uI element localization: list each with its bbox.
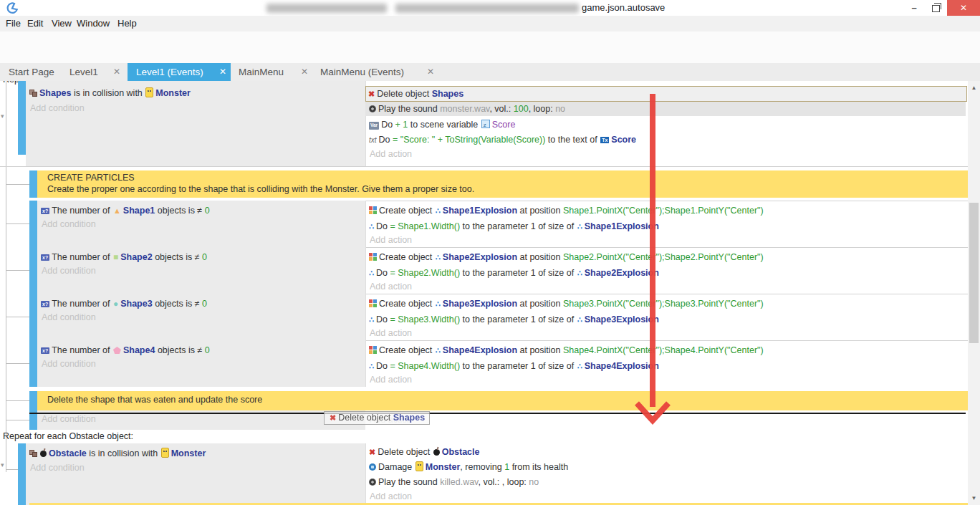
action-row[interactable]: Create object Shape4Explosion at positio… xyxy=(368,344,764,357)
menu-help[interactable]: Help xyxy=(117,18,137,29)
comment-bar[interactable] xyxy=(29,391,37,410)
tree-connector xyxy=(6,223,29,224)
add-action-link[interactable]: Add action xyxy=(370,282,412,292)
add-condition-link[interactable]: Add condition xyxy=(30,103,85,113)
tab-start-page[interactable]: Start Page xyxy=(9,67,54,77)
tab-close-icon[interactable]: ✕ xyxy=(219,67,226,77)
event2-bar[interactable] xyxy=(18,443,26,505)
add-condition-link[interactable]: Add condition xyxy=(42,312,96,322)
tab-mainmenu-events[interactable]: MainMenu (Events) xyxy=(320,67,404,77)
damage-icon xyxy=(369,463,376,471)
condition-row[interactable]: The number of Shape2 objects is ≠ 0 xyxy=(40,251,207,264)
add-action-link[interactable]: Add action xyxy=(370,375,412,385)
close-button[interactable]: ✕ xyxy=(947,0,980,16)
delete-icon xyxy=(369,446,375,458)
action-row[interactable]: Create object Shape3Explosion at positio… xyxy=(368,297,764,310)
column-divider xyxy=(365,247,366,294)
tree-rail xyxy=(6,81,6,472)
comment-title: CREATE PARTICLES xyxy=(47,173,135,183)
comment-block[interactable]: Delete the shape that was eaten and upda… xyxy=(37,391,968,410)
window-title: game.json.autosave xyxy=(582,2,665,13)
action-row[interactable]: Do = Shape1.Width() to the parameter 1 o… xyxy=(368,220,659,233)
tree-connector xyxy=(6,400,29,401)
delete-icon xyxy=(368,87,375,100)
condition-row[interactable]: Shapes is in collision with Monster xyxy=(29,87,191,100)
tab-close-icon[interactable]: ✕ xyxy=(301,67,308,77)
tri-icon xyxy=(113,204,121,217)
condition-row[interactable]: The number of Shape1 objects is ≠ 0 xyxy=(40,204,210,217)
action-row[interactable]: Do = Shape2.Width() to the parameter 1 o… xyxy=(368,266,659,279)
action-row[interactable]: Do = "Score: " + ToString(Variable(Score… xyxy=(368,133,636,147)
menu-window[interactable]: Window xyxy=(77,18,110,29)
create-icon xyxy=(369,253,377,261)
particle-icon xyxy=(369,266,374,279)
tab-close-icon[interactable]: ✕ xyxy=(427,67,434,77)
tab-level1-events[interactable]: Level1 (Events) ✕ xyxy=(128,63,231,81)
vertical-scrollbar[interactable]: ▲ ▼ xyxy=(968,81,980,505)
particle-icon xyxy=(436,344,441,357)
tree-connector xyxy=(6,469,18,470)
minimize-button[interactable]: – xyxy=(904,0,924,16)
restore-button[interactable] xyxy=(926,0,946,16)
create-icon xyxy=(369,299,377,307)
comment-bar[interactable] xyxy=(29,170,37,198)
particle-icon xyxy=(577,313,582,326)
add-action-link[interactable]: Add action xyxy=(370,235,412,245)
cir-icon xyxy=(113,297,118,310)
toolbar xyxy=(0,32,980,63)
action-row[interactable]: Play the sound killed.wav, vol.: , loop:… xyxy=(368,476,539,489)
comment-block[interactable]: CREATE PARTICLES Create the proper one a… xyxy=(37,170,968,198)
action-row[interactable]: Do + 1 to scene variable Score xyxy=(368,118,515,131)
add-condition-link[interactable]: Add condition xyxy=(42,414,96,424)
add-condition-link[interactable]: Add condition xyxy=(42,266,96,276)
restore-icon xyxy=(932,5,940,12)
action-row[interactable]: Do = Shape4.Width() to the parameter 1 o… xyxy=(368,360,659,372)
subevent-bar[interactable] xyxy=(29,201,37,247)
action-row[interactable]: Damage Monster, removing 1 from its heal… xyxy=(368,461,568,473)
add-action-link[interactable]: Add action xyxy=(370,491,412,501)
condition-row[interactable]: Obstacle is in collision with Monster xyxy=(29,447,206,460)
scroll-down-icon[interactable]: ▼ xyxy=(968,495,980,501)
add-action-link[interactable]: Add action xyxy=(370,328,412,338)
create-icon xyxy=(369,346,377,354)
action-row: Delete object Shapes xyxy=(368,87,463,100)
add-action-link[interactable]: Add action xyxy=(370,149,412,159)
dragged-action-ghost: Delete object Shapes xyxy=(324,411,430,425)
event2-header[interactable]: Repeat for each Obstacle object: xyxy=(3,431,133,441)
bomb-icon xyxy=(40,451,47,457)
subevent-bar[interactable] xyxy=(29,247,37,294)
scrollbar-thumb[interactable] xyxy=(969,203,979,343)
scroll-up-icon[interactable]: ▲ xyxy=(968,85,980,91)
tree-connector xyxy=(6,420,29,420)
collapse-arrow-icon[interactable]: ▾ xyxy=(1,112,4,120)
condition-row[interactable]: The number of Shape4 objects is ≠ 0 xyxy=(40,344,210,357)
tree-connector xyxy=(6,317,29,317)
red-annotation-arrow xyxy=(627,88,678,431)
tab-bar: Start Page Level1 ✕ Level1 (Events) ✕ Ma… xyxy=(0,63,980,81)
collision-icon xyxy=(29,90,37,97)
add-condition-link[interactable]: Add condition xyxy=(30,463,85,473)
tab-mainmenu[interactable]: MainMenu xyxy=(239,67,284,77)
subevent-bar[interactable] xyxy=(29,340,37,387)
tab-close-icon[interactable]: ✕ xyxy=(113,67,120,77)
condition-row[interactable]: The number of Shape3 objects is ≠ 0 xyxy=(40,297,207,310)
menu-file[interactable]: File xyxy=(6,18,21,29)
comment-title: Delete the shape that was eaten and upda… xyxy=(47,395,262,405)
add-condition-link[interactable]: Add condition xyxy=(42,359,96,369)
action-row[interactable]: Create object Shape1Explosion at positio… xyxy=(368,204,764,217)
particle-icon xyxy=(436,204,441,217)
monster-icon xyxy=(161,448,169,458)
menu-edit[interactable]: Edit xyxy=(27,18,43,29)
subevent-bar[interactable] xyxy=(29,294,37,340)
tab-level1[interactable]: Level1 xyxy=(69,67,98,77)
action-row[interactable]: Delete object Obstacle xyxy=(368,446,479,458)
action-row[interactable]: Do = Shape3.Width() to the parameter 1 o… xyxy=(368,313,659,326)
collapse-arrow-icon[interactable]: ▾ xyxy=(1,461,4,468)
particle-icon xyxy=(369,220,374,233)
event1-bar[interactable] xyxy=(18,81,26,155)
add-condition-link[interactable]: Add condition xyxy=(42,219,96,229)
pent-icon xyxy=(113,347,121,354)
column-divider xyxy=(365,294,366,340)
action-row[interactable]: Create object Shape2Explosion at positio… xyxy=(368,251,764,264)
menu-view[interactable]: View xyxy=(52,18,72,29)
